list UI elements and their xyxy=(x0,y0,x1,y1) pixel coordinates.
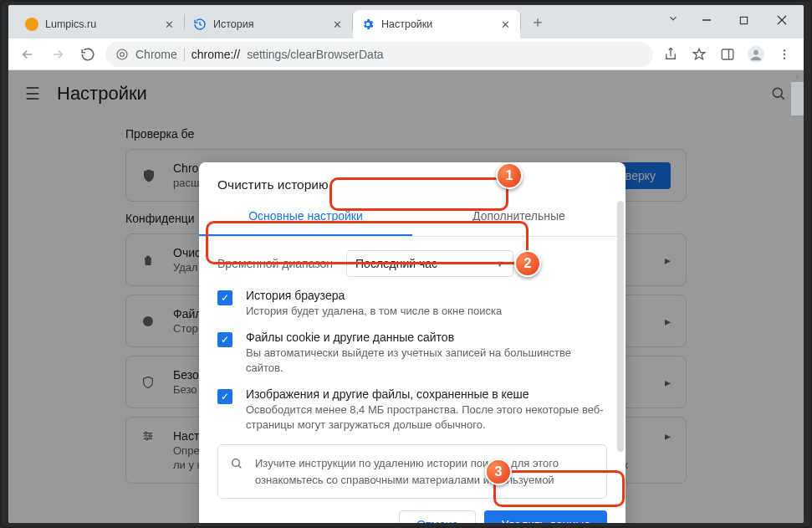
chrome-icon xyxy=(115,48,129,61)
svg-rect-6 xyxy=(722,49,733,59)
checkbox-cookies[interactable]: ✓ Файлы cookie и другие данные сайтов Вы… xyxy=(217,331,607,376)
checkbox-cache[interactable]: ✓ Изображения и другие файлы, сохраненны… xyxy=(217,387,607,433)
close-icon[interactable]: ✕ xyxy=(162,18,176,31)
info-box: Изучите инструкции по удалению истории п… xyxy=(217,444,607,499)
svg-point-11 xyxy=(784,53,785,54)
svg-rect-1 xyxy=(740,17,747,23)
maximize-button[interactable] xyxy=(725,8,763,32)
svg-point-4 xyxy=(117,49,127,59)
close-icon[interactable]: ✕ xyxy=(498,18,512,31)
svg-point-22 xyxy=(232,459,240,467)
checkbox-icon[interactable]: ✓ xyxy=(217,290,232,305)
window-close-button[interactable] xyxy=(763,8,800,32)
gear-icon xyxy=(361,18,375,31)
bookmark-button[interactable] xyxy=(687,42,712,67)
forward-button[interactable] xyxy=(45,42,70,67)
profile-button[interactable] xyxy=(743,42,769,67)
tab-title: История xyxy=(213,18,324,30)
dialog-scrollbar[interactable] xyxy=(617,201,624,523)
svg-line-23 xyxy=(238,466,241,469)
reload-button[interactable] xyxy=(75,42,100,67)
dialog-tabs: Основные настройки Дополнительные xyxy=(199,197,626,234)
time-range-select[interactable]: Последний час ▼ xyxy=(346,250,513,277)
tab-title: Настройки xyxy=(381,18,492,30)
address-bar[interactable]: Chrome chrome://settings/clearBrowserDat… xyxy=(105,42,653,67)
tab-history[interactable]: История ✕ xyxy=(185,10,352,38)
time-range-label: Временной диапазон xyxy=(217,257,333,270)
tab-basic[interactable]: Основные настройки xyxy=(199,197,412,234)
back-button[interactable] xyxy=(15,42,40,67)
browser-toolbar: Chrome chrome://settings/clearBrowserDat… xyxy=(8,38,804,70)
share-button[interactable] xyxy=(658,42,683,67)
dialog-title: Очистить историю xyxy=(199,162,626,197)
svg-point-10 xyxy=(784,49,785,51)
tab-settings[interactable]: Настройки ✕ xyxy=(353,10,520,38)
window-controls xyxy=(687,5,804,38)
tabs-dropdown-icon[interactable] xyxy=(659,5,687,28)
page-scrollbar[interactable]: ▲ xyxy=(791,70,804,523)
history-icon xyxy=(193,18,207,31)
info-text: Изучите инструкции по удалению истории п… xyxy=(255,455,595,488)
svg-point-12 xyxy=(784,57,785,59)
minimize-button[interactable] xyxy=(687,8,725,32)
tab-advanced[interactable]: Дополнительные xyxy=(412,197,626,234)
clear-browsing-dialog: Очистить историю Основные настройки Допо… xyxy=(199,162,626,523)
svg-point-9 xyxy=(753,49,758,54)
svg-point-5 xyxy=(120,52,125,56)
chrome-label: Chrome xyxy=(135,48,177,61)
time-range-value: Последний час xyxy=(355,257,437,270)
tab-lumpics[interactable]: Lumpics.ru ✕ xyxy=(17,10,184,38)
chevron-down-icon: ▼ xyxy=(495,259,504,269)
delete-data-button[interactable]: Удалить данные xyxy=(484,510,607,523)
side-panel-button[interactable] xyxy=(715,42,740,67)
menu-button[interactable] xyxy=(772,42,797,67)
url-path: settings/clearBrowserData xyxy=(247,48,383,61)
tab-title: Lumpics.ru xyxy=(45,18,156,30)
new-tab-button[interactable]: ＋ xyxy=(526,10,549,33)
titlebar: Lumpics.ru ✕ История ✕ Настройки ✕ ＋ xyxy=(8,5,804,38)
cancel-button[interactable]: Отмена xyxy=(399,510,476,523)
url-host: chrome:// xyxy=(192,48,240,61)
checkbox-browsing-history[interactable]: ✓ История браузера История будет удалена… xyxy=(217,289,607,319)
search-icon xyxy=(230,457,243,470)
close-icon[interactable]: ✕ xyxy=(330,18,344,31)
favicon-orange-icon xyxy=(25,18,38,31)
checkbox-icon[interactable]: ✓ xyxy=(217,389,232,404)
checkbox-icon[interactable]: ✓ xyxy=(217,332,232,347)
tabs-strip: Lumpics.ru ✕ История ✕ Настройки ✕ ＋ xyxy=(8,5,659,38)
